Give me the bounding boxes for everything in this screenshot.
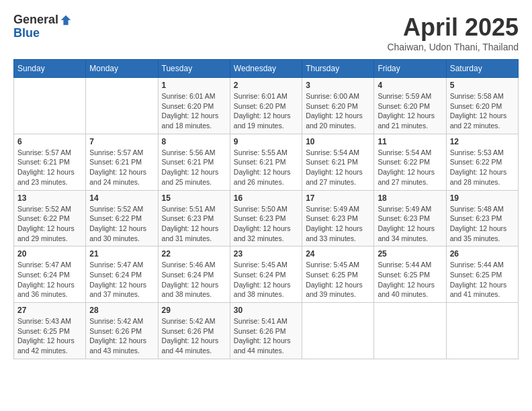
day-number: 28 [89,306,154,315]
weekday-header-cell: Monday [86,60,158,78]
day-number: 1 [162,81,226,90]
calendar-day-cell [14,78,86,134]
weekday-header-cell: Tuesday [158,60,230,78]
weekday-header-cell: Thursday [302,60,374,78]
day-info: Sunrise: 5:55 AM Sunset: 6:21 PM Dayligh… [234,148,298,187]
day-number: 15 [162,193,226,203]
day-info: Sunrise: 5:51 AM Sunset: 6:23 PM Dayligh… [162,204,226,244]
calendar-day-cell [374,303,446,359]
day-info: Sunrise: 5:52 AM Sunset: 6:22 PM Dayligh… [89,204,154,244]
day-number: 17 [306,193,370,203]
calendar-day-cell: 26Sunrise: 5:44 AM Sunset: 6:25 PM Dayli… [446,246,518,303]
weekday-header-row: SundayMondayTuesdayWednesdayThursdayFrid… [14,60,519,78]
day-number: 22 [162,249,226,259]
day-number: 21 [89,249,154,259]
calendar-day-cell: 27Sunrise: 5:43 AM Sunset: 6:25 PM Dayli… [14,303,86,359]
day-info: Sunrise: 5:57 AM Sunset: 6:21 PM Dayligh… [17,148,82,187]
calendar-day-cell: 17Sunrise: 5:49 AM Sunset: 6:23 PM Dayli… [302,190,374,246]
calendar-day-cell: 23Sunrise: 5:45 AM Sunset: 6:24 PM Dayli… [230,246,302,303]
day-number: 30 [234,306,298,315]
calendar-week-row: 27Sunrise: 5:43 AM Sunset: 6:25 PM Dayli… [14,303,519,359]
calendar-day-cell: 28Sunrise: 5:42 AM Sunset: 6:26 PM Dayli… [86,303,158,359]
calendar-day-cell: 9Sunrise: 5:55 AM Sunset: 6:21 PM Daylig… [230,134,302,190]
day-info: Sunrise: 6:01 AM Sunset: 6:20 PM Dayligh… [162,91,226,131]
day-info: Sunrise: 5:42 AM Sunset: 6:26 PM Dayligh… [162,316,226,356]
calendar-day-cell: 1Sunrise: 6:01 AM Sunset: 6:20 PM Daylig… [158,78,230,134]
day-info: Sunrise: 5:50 AM Sunset: 6:23 PM Dayligh… [234,204,298,244]
day-number: 3 [306,81,370,90]
day-number: 13 [17,193,82,203]
calendar-day-cell [302,303,374,359]
calendar-day-cell: 7Sunrise: 5:57 AM Sunset: 6:21 PM Daylig… [86,134,158,190]
calendar-week-row: 1Sunrise: 6:01 AM Sunset: 6:20 PM Daylig… [14,78,519,134]
calendar-week-row: 6Sunrise: 5:57 AM Sunset: 6:21 PM Daylig… [14,134,519,190]
day-info: Sunrise: 5:46 AM Sunset: 6:24 PM Dayligh… [162,260,226,300]
day-number: 24 [306,249,370,259]
logo: General Blue [13,13,72,40]
day-number: 23 [234,249,298,259]
day-info: Sunrise: 5:54 AM Sunset: 6:21 PM Dayligh… [306,148,370,187]
calendar-day-cell: 10Sunrise: 5:54 AM Sunset: 6:21 PM Dayli… [302,134,374,190]
day-info: Sunrise: 5:41 AM Sunset: 6:26 PM Dayligh… [234,316,298,356]
weekday-header-cell: Saturday [446,60,518,78]
calendar-day-cell: 8Sunrise: 5:56 AM Sunset: 6:21 PM Daylig… [158,134,230,190]
calendar-week-row: 13Sunrise: 5:52 AM Sunset: 6:22 PM Dayli… [14,190,519,246]
day-info: Sunrise: 5:49 AM Sunset: 6:23 PM Dayligh… [306,204,370,244]
location-subtitle: Chaiwan, Udon Thani, Thailand [387,42,519,52]
month-title: April 2025 [387,13,519,42]
calendar-day-cell: 30Sunrise: 5:41 AM Sunset: 6:26 PM Dayli… [230,303,302,359]
weekday-header-cell: Sunday [14,60,86,78]
day-number: 2 [234,81,298,90]
day-number: 20 [17,249,82,259]
day-info: Sunrise: 5:54 AM Sunset: 6:22 PM Dayligh… [378,148,442,187]
weekday-header-cell: Friday [374,60,446,78]
calendar-day-cell: 12Sunrise: 5:53 AM Sunset: 6:22 PM Dayli… [446,134,518,190]
day-number: 18 [378,193,442,203]
calendar-table: SundayMondayTuesdayWednesdayThursdayFrid… [13,59,519,359]
day-number: 9 [234,137,298,146]
day-number: 4 [378,81,442,90]
logo-general-text: General [13,13,58,27]
day-number: 27 [17,306,82,315]
logo-icon [60,14,72,26]
title-block: April 2025 Chaiwan, Udon Thani, Thailand [387,13,519,52]
day-info: Sunrise: 5:44 AM Sunset: 6:25 PM Dayligh… [378,260,442,300]
day-info: Sunrise: 5:58 AM Sunset: 6:20 PM Dayligh… [450,91,515,131]
day-number: 16 [234,193,298,203]
day-info: Sunrise: 5:53 AM Sunset: 6:22 PM Dayligh… [450,148,515,187]
day-info: Sunrise: 5:52 AM Sunset: 6:22 PM Dayligh… [17,204,82,244]
day-number: 25 [378,249,442,259]
day-number: 8 [162,137,226,146]
calendar-day-cell: 13Sunrise: 5:52 AM Sunset: 6:22 PM Dayli… [14,190,86,246]
day-number: 11 [378,137,442,146]
calendar-day-cell: 5Sunrise: 5:58 AM Sunset: 6:20 PM Daylig… [446,78,518,134]
day-info: Sunrise: 5:56 AM Sunset: 6:21 PM Dayligh… [162,148,226,187]
day-info: Sunrise: 5:57 AM Sunset: 6:21 PM Dayligh… [89,148,154,187]
day-number: 7 [89,137,154,146]
day-info: Sunrise: 5:47 AM Sunset: 6:24 PM Dayligh… [89,260,154,300]
calendar-day-cell: 4Sunrise: 5:59 AM Sunset: 6:20 PM Daylig… [374,78,446,134]
calendar-day-cell: 16Sunrise: 5:50 AM Sunset: 6:23 PM Dayli… [230,190,302,246]
calendar-day-cell: 29Sunrise: 5:42 AM Sunset: 6:26 PM Dayli… [158,303,230,359]
day-number: 19 [450,193,515,203]
day-info: Sunrise: 5:42 AM Sunset: 6:26 PM Dayligh… [89,316,154,356]
weekday-header-cell: Wednesday [230,60,302,78]
svg-marker-0 [61,15,71,25]
page-header: General Blue April 2025 Chaiwan, Udon Th… [13,13,519,52]
calendar-day-cell: 11Sunrise: 5:54 AM Sunset: 6:22 PM Dayli… [374,134,446,190]
calendar-day-cell: 6Sunrise: 5:57 AM Sunset: 6:21 PM Daylig… [14,134,86,190]
calendar-day-cell [446,303,518,359]
day-number: 5 [450,81,515,90]
day-info: Sunrise: 5:43 AM Sunset: 6:25 PM Dayligh… [17,316,82,356]
calendar-day-cell: 21Sunrise: 5:47 AM Sunset: 6:24 PM Dayli… [86,246,158,303]
calendar-day-cell [86,78,158,134]
calendar-day-cell: 25Sunrise: 5:44 AM Sunset: 6:25 PM Dayli… [374,246,446,303]
day-info: Sunrise: 5:49 AM Sunset: 6:23 PM Dayligh… [378,204,442,244]
day-number: 29 [162,306,226,315]
calendar-day-cell: 22Sunrise: 5:46 AM Sunset: 6:24 PM Dayli… [158,246,230,303]
calendar-day-cell: 18Sunrise: 5:49 AM Sunset: 6:23 PM Dayli… [374,190,446,246]
day-info: Sunrise: 5:44 AM Sunset: 6:25 PM Dayligh… [450,260,515,300]
day-info: Sunrise: 5:48 AM Sunset: 6:23 PM Dayligh… [450,204,515,244]
calendar-day-cell: 20Sunrise: 5:47 AM Sunset: 6:24 PM Dayli… [14,246,86,303]
calendar-day-cell: 14Sunrise: 5:52 AM Sunset: 6:22 PM Dayli… [86,190,158,246]
